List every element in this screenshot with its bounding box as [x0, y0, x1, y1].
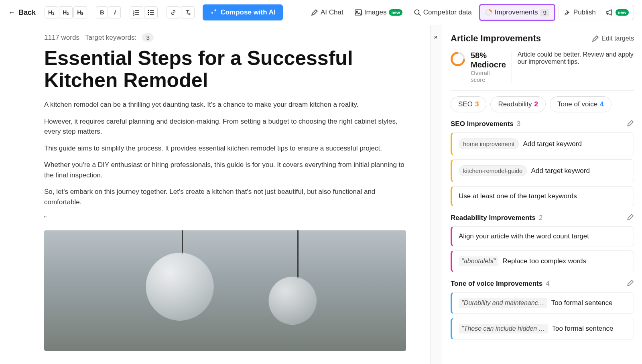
tip-card-seo[interactable]: kitchen-remodel-guide Add target keyword — [451, 159, 634, 182]
tip-text: Add target keyword — [523, 140, 581, 148]
tip-text: Use at least one of the target keywords — [459, 192, 577, 200]
edit-targets-button[interactable]: Edit targets — [592, 35, 634, 42]
editor-column: 1117 words Target keywords: 3 Essential … — [0, 25, 430, 364]
svg-point-13 — [356, 11, 358, 12]
chevron-right-icon: » — [434, 33, 438, 41]
svg-point-10 — [148, 14, 149, 15]
article-paragraph[interactable]: Whether you're a DIY enthusiast or hirin… — [44, 160, 406, 180]
clear-format-button[interactable] — [181, 6, 195, 18]
clear-format-icon — [185, 9, 191, 16]
seo-edit-button[interactable] — [627, 120, 634, 128]
italic-button[interactable]: I — [109, 6, 121, 18]
format-group: B I — [96, 6, 121, 18]
tab-seo[interactable]: SEO 3 — [451, 96, 486, 112]
progress-ring-icon — [485, 9, 492, 16]
back-button[interactable]: ← Back — [8, 8, 36, 17]
heading-group: H₁ H₂ H₃ — [45, 6, 87, 18]
link-group — [167, 6, 195, 18]
svg-rect-5 — [135, 14, 139, 15]
panel-title: Article Improvements — [451, 33, 541, 44]
score-row: 58% Mediocre Overall score Article could… — [451, 51, 634, 91]
images-label: Images — [364, 8, 387, 16]
announce-button[interactable]: new — [601, 5, 634, 20]
tip-text: Add target keyword — [531, 167, 589, 175]
link-button[interactable] — [167, 6, 180, 18]
tip-card-readability[interactable]: Align your article with the word count t… — [451, 226, 634, 246]
tip-card-tone[interactable]: "Durability and maintenanc… Too formal s… — [451, 292, 634, 314]
article-paragraph[interactable]: " — [44, 214, 406, 224]
meta-row: 1117 words Target keywords: 3 — [44, 33, 406, 42]
target-keywords-count[interactable]: 3 — [142, 33, 153, 42]
article-title[interactable]: Essential Steps for a Successful Kitchen… — [44, 47, 406, 92]
quote-chip: "abootalebi" — [459, 256, 498, 266]
publish-label: Publish — [573, 8, 596, 16]
h2-button[interactable]: H₂ — [59, 6, 73, 18]
link-icon — [170, 9, 177, 16]
score-value: 58% Mediocre — [471, 51, 506, 69]
ordered-list-button[interactable]: 123 — [130, 6, 143, 18]
tip-card-seo[interactable]: home improvement Add target keyword — [451, 132, 634, 155]
ordered-list-icon: 123 — [133, 9, 140, 16]
compose-ai-button[interactable]: Compose with AI — [203, 4, 282, 20]
svg-point-8 — [148, 12, 149, 13]
tip-text: Align your article with the word count t… — [459, 232, 589, 240]
pencil-icon — [311, 9, 318, 16]
megaphone-icon — [606, 9, 613, 16]
score-ring-icon — [448, 49, 468, 69]
svg-rect-1 — [135, 10, 139, 11]
h1-button[interactable]: H₁ — [45, 6, 58, 18]
tip-card-tone[interactable]: "These can include hidden … Too formal s… — [451, 318, 634, 340]
pencil-icon — [592, 35, 599, 42]
ai-chat-button[interactable]: AI Chat — [307, 6, 347, 19]
improvements-button[interactable]: Improvements 9 — [479, 4, 555, 21]
bold-button[interactable]: B — [96, 6, 108, 18]
score-description: Article could be better. Review and appl… — [512, 51, 634, 83]
sparkle-icon — [210, 9, 217, 16]
publish-button[interactable]: Publish — [559, 5, 601, 20]
svg-rect-7 — [150, 10, 154, 11]
improvements-count: 9 — [540, 9, 549, 16]
search-icon — [414, 9, 421, 16]
list-group: 123 — [130, 6, 158, 18]
article-paragraph[interactable]: So, let's embark on this journey togethe… — [44, 187, 406, 207]
svg-text:3: 3 — [133, 14, 134, 16]
tip-card-seo[interactable]: Use at least one of the target keywords — [451, 186, 634, 206]
improvements-panel: Article Improvements Edit targets 58% Me… — [441, 25, 642, 364]
tip-card-readability[interactable]: "abootalebi" Replace too complex words — [451, 250, 634, 272]
compose-label: Compose with AI — [220, 8, 275, 16]
share-arrow-icon — [564, 9, 571, 16]
tone-edit-button[interactable] — [627, 279, 634, 288]
images-new-badge: new — [389, 9, 402, 16]
quote-chip: "These can include hidden … — [459, 324, 548, 333]
tabs-row: SEO 3 Readability 2 Tone of voice 4 — [451, 96, 634, 112]
tab-readability[interactable]: Readability 2 — [490, 96, 546, 112]
keyword-chip: home improvement — [459, 138, 519, 149]
bullet-list-button[interactable] — [144, 6, 158, 18]
back-label: Back — [18, 8, 36, 17]
article-paragraph[interactable]: However, it requires careful planning an… — [44, 116, 406, 137]
competitor-label: Competitor data — [423, 8, 472, 16]
svg-rect-9 — [150, 12, 154, 13]
quote-chip: "Durability and maintenanc… — [459, 298, 547, 308]
article-image[interactable] — [44, 230, 406, 351]
topbar: ← Back H₁ H₂ H₃ B I 123 Compose with AI … — [0, 0, 642, 25]
images-button[interactable]: Images new — [351, 6, 406, 19]
score-sub: Overall score — [471, 69, 506, 83]
svg-point-6 — [148, 10, 149, 11]
keyword-chip: kitchen-remodel-guide — [459, 165, 527, 176]
seo-section-title: SEO Improvements 3 — [451, 120, 520, 128]
h3-button[interactable]: H₃ — [73, 6, 87, 18]
article-paragraph[interactable]: This guide aims to simplify the process.… — [44, 143, 406, 154]
bullet-list-icon — [148, 9, 154, 16]
collapse-panel-button[interactable]: » — [430, 25, 441, 364]
ai-chat-label: AI Chat — [321, 8, 343, 16]
tone-section-title: Tone of voice Improvements 4 — [451, 280, 550, 288]
svg-rect-3 — [135, 12, 139, 13]
word-count: 1117 words — [44, 34, 79, 42]
tab-tone[interactable]: Tone of voice 4 — [550, 96, 612, 112]
article-paragraph[interactable]: A kitchen remodel can be a thrilling yet… — [44, 100, 406, 110]
competitor-data-button[interactable]: Competitor data — [410, 6, 476, 19]
readability-edit-button[interactable] — [627, 214, 634, 222]
svg-rect-11 — [150, 14, 154, 15]
arrow-left-icon: ← — [8, 8, 15, 17]
